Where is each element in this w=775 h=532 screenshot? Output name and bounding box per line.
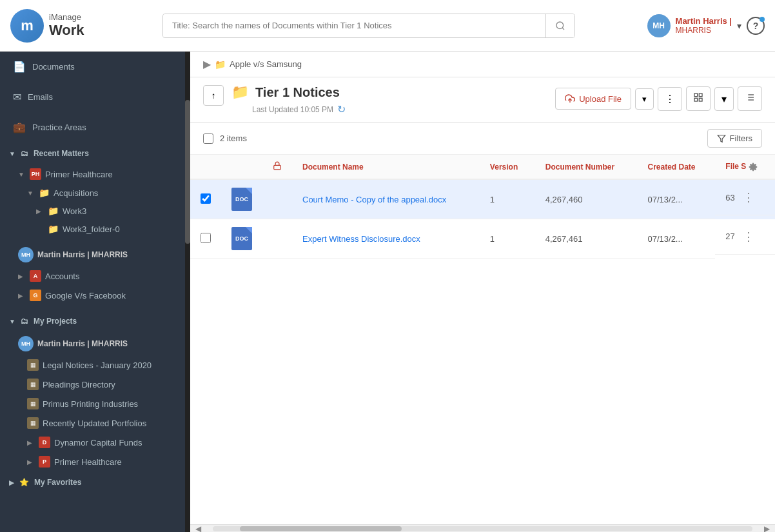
version-value: 1 [490, 234, 495, 244]
acquisitions-folder-icon: 📁 [39, 188, 50, 198]
doc-type-icon: DOC [231, 188, 252, 211]
doc-number-value: 4,267,461 [545, 234, 583, 244]
my-projects-section[interactable]: ▼ 🗂 My Projects [0, 310, 190, 332]
folder-icon-large: 📁 [231, 84, 249, 101]
col-document-name[interactable]: Document Name [292, 155, 480, 179]
pleadings-label: Pleadings Directory [43, 380, 115, 389]
app-header: m iManage Work MH Martin Harris | MHARRI… [0, 0, 775, 52]
row-menu-button[interactable]: ⋮ [740, 227, 757, 246]
user-name: Martin Harris | [676, 16, 732, 26]
sidebar-item-accounts[interactable]: ▶ A Accounts [0, 266, 190, 286]
primus-icon: ▦ [27, 398, 39, 409]
sidebar-user-avatar: MH [18, 247, 34, 262]
sidebar-myprojects-user: MH Martin Harris | MHARRIS [0, 332, 190, 355]
sidebar-item-work3-folder0[interactable]: 📁 Work3_folder-0 [0, 220, 190, 238]
sidebar-project-portfolios[interactable]: ▦ Recently Updated Portfolios [0, 413, 190, 433]
pleadings-icon: ▦ [27, 379, 39, 390]
col-created-date[interactable]: Created Date [637, 155, 715, 179]
more-options-button[interactable]: ⋮ [658, 87, 682, 111]
user-menu-chevron[interactable]: ▾ [737, 21, 741, 31]
primer-hc-project-icon: P [39, 456, 50, 468]
svg-marker-13 [718, 135, 725, 142]
work-label: Work [49, 22, 84, 39]
svg-rect-14 [274, 165, 281, 169]
breadcrumb-parent-label: Apple v/s Samsung [230, 59, 302, 69]
refresh-icon[interactable]: ↻ [337, 103, 346, 115]
sidebar-item-google-vs-facebook[interactable]: ▶ G Google V/s Facebook [0, 286, 190, 305]
upload-file-button[interactable]: Upload File [555, 88, 631, 110]
view-toggle-button[interactable] [686, 86, 711, 111]
recent-matters-section[interactable]: ▼ 🗂 Recent Matters [0, 143, 190, 164]
notification-dot [760, 17, 765, 22]
logo-area: m iManage Work [10, 9, 152, 43]
svg-point-0 [556, 22, 564, 29]
scroll-right-arrow[interactable]: ▶ [759, 524, 775, 533]
sidebar-project-primer-healthcare[interactable]: ▶ P Primer Healthcare [0, 452, 190, 471]
sidebar-item-documents[interactable]: 📄 Documents [0, 52, 190, 82]
sidebar-user-label: Martin Harris | MHARRIS [37, 250, 128, 259]
file-size-value: 27 [725, 232, 734, 241]
upload-dropdown-button[interactable]: ▾ [635, 88, 654, 110]
doc-name-link[interactable]: Court Memo - Copy of the appeal.docx [302, 195, 446, 204]
primus-label: Primus Printing Industries [43, 399, 138, 409]
recent-matters-chevron: ▼ [9, 150, 15, 157]
horizontal-scroll-thumb[interactable] [240, 526, 402, 531]
sidebar-project-legal-notices[interactable]: ▦ Legal Notices - January 2020 [0, 355, 190, 375]
last-updated-label: Last Updated 10:05 PM [252, 105, 333, 114]
sidebar-project-dynamor[interactable]: ▶ D Dynamor Capital Funds [0, 433, 190, 452]
table-body: DOC Court Memo - Copy of the appeal.docx… [190, 179, 775, 259]
sidebar-item-practice-areas[interactable]: 💼 Practice Areas [0, 112, 190, 143]
sidebar-item-emails[interactable]: ✉ Emails [0, 82, 190, 112]
sidebar-item-acquisitions[interactable]: ▼ 📁 Acquisitions [0, 184, 190, 202]
folder-info: 📁 Tier 1 Notices Last Updated 10:05 PM ↻ [231, 84, 555, 122]
item-count: 2 items [220, 133, 247, 143]
documents-table: Document Name Version Document Number Cr… [190, 155, 775, 259]
col-doc-number[interactable]: Document Number [535, 155, 638, 179]
version-value: 1 [490, 195, 495, 204]
back-button[interactable]: ↑ [203, 85, 224, 106]
doc-type-icon: DOC [231, 227, 252, 250]
toolbar-right: Upload File ▾ ⋮ ▾ [555, 86, 762, 111]
bottom-scrollbar: ◀ ▶ [190, 524, 775, 532]
filter-button[interactable]: Filters [707, 129, 762, 148]
table-row: DOC Court Memo - Copy of the appeal.docx… [190, 179, 775, 219]
myprojects-user-label: Martin Harris | MHARRIS [37, 339, 128, 348]
upload-label: Upload File [579, 94, 622, 104]
sidebar-item-primer-healthcare-recent[interactable]: ▼ PH Primer Healthcare [0, 164, 190, 184]
breadcrumb-arrow: ▶ [203, 58, 211, 70]
my-projects-icon: 🗂 [21, 317, 28, 326]
practice-areas-icon: 💼 [13, 121, 26, 133]
row-checkbox-0[interactable] [201, 193, 211, 204]
acquisitions-label: Acquisitions [54, 188, 98, 198]
help-button[interactable]: ? [747, 17, 765, 35]
sidebar-project-primus[interactable]: ▦ Primus Printing Industries [0, 394, 190, 413]
col-version[interactable]: Version [480, 155, 535, 179]
scroll-left-arrow[interactable]: ◀ [190, 524, 206, 533]
doc-name-link[interactable]: Expert Witness Disclosure.docx [302, 234, 420, 244]
created-date-value: 07/13/2... [647, 195, 682, 204]
sidebar-project-pleadings[interactable]: ▦ Pleadings Directory [0, 375, 190, 394]
user-info: Martin Harris | MHARRIS [676, 16, 732, 35]
imanage-label: iManage [49, 12, 84, 23]
portfolios-icon: ▦ [27, 417, 39, 429]
columns-button[interactable] [738, 86, 762, 111]
my-favorites-label: My Favorites [34, 478, 81, 487]
my-favorites-section[interactable]: ▶ ⭐ My Favorites [0, 471, 190, 493]
logo-icon: m [10, 9, 44, 43]
select-all-checkbox[interactable] [203, 133, 213, 144]
search-button[interactable] [545, 14, 574, 37]
emails-icon: ✉ [13, 91, 21, 103]
sidebar-scrollbar-thumb[interactable] [185, 100, 190, 244]
recent-matters-icon: 🗂 [21, 149, 28, 158]
sidebar-item-work3[interactable]: ▶ 📁 Work3 [0, 202, 190, 220]
legal-notices-label: Legal Notices - January 2020 [43, 360, 152, 370]
view-chevron-button[interactable]: ▾ [714, 87, 734, 111]
search-input[interactable] [163, 14, 545, 37]
breadcrumb-parent-link[interactable]: Apple v/s Samsung [230, 59, 302, 69]
myprojects-user-avatar: MH [18, 336, 34, 351]
col-checkbox [190, 155, 221, 179]
row-menu-button[interactable]: ⋮ [740, 188, 757, 207]
col-file-size[interactable]: File S [715, 155, 775, 179]
row-checkbox-1[interactable] [201, 233, 211, 243]
col-lock [262, 155, 292, 179]
